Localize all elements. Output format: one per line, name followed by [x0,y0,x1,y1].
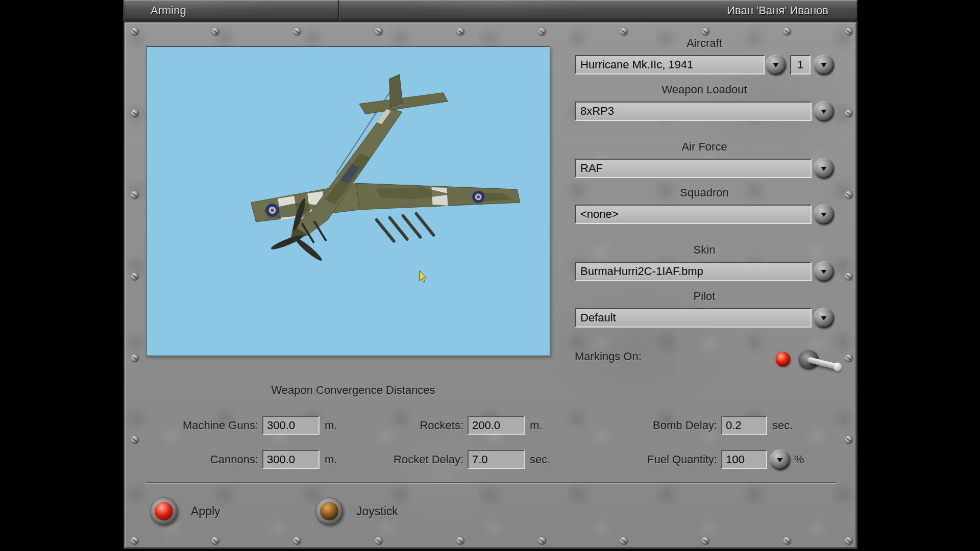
joystick-button-label: Joystick [356,505,398,518]
fuel-quantity-label: Fuel Quantity: [603,450,717,469]
rivet-icon [538,537,546,544]
skin-select[interactable]: BurmaHurri2C-1IAF.bmp [575,262,812,281]
arming-screen: Arming Иван 'Ваня' Иванов [0,0,980,551]
rivet-icon [620,537,627,544]
cannons-label: Cannons: [143,450,258,469]
rivet-icon [293,537,301,544]
apply-button-icon [150,497,178,525]
airforce-label: Air Force [575,140,834,154]
airforce-select[interactable]: RAF [575,159,812,178]
screen-title: Arming [151,1,338,21]
chevron-down-icon: ▼ [819,61,829,69]
rivet-icon [131,28,138,35]
loadout-label: Weapon Loadout [575,83,834,96]
rockets-input[interactable] [468,416,525,435]
chevron-down-icon: ▼ [775,456,785,464]
joystick-button[interactable]: Joystick [315,497,398,525]
rivet-icon [845,537,852,544]
markings-indicator-light [776,352,790,366]
rivet-icon [845,436,852,443]
rivet-icon [456,28,464,35]
rivet-icon [456,537,464,544]
pilot-label: Pilot [575,290,834,303]
rockets-label: Rockets: [358,416,463,435]
rivet-icon [783,28,791,35]
bomb-delay-label: Bomb Delay: [603,416,717,435]
aircraft-label: Aircraft [575,37,834,50]
rivet-icon [375,28,382,35]
topbar: Arming Иван 'Ваня' Иванов [124,0,857,21]
rivet-icon [131,436,138,443]
cannons-unit: m. [325,450,337,469]
aircraft-count-field[interactable]: 1 [790,55,811,74]
skin-dropdown-button[interactable]: ▼ [814,261,834,282]
chevron-down-icon: ▼ [819,314,829,322]
pilot-dropdown-button[interactable]: ▼ [814,308,834,328]
rivet-icon [845,354,852,362]
rivet-icon [131,537,138,544]
loadout-dropdown-button[interactable]: ▼ [814,101,834,121]
bomb-delay-unit: sec. [772,416,793,435]
rivet-icon [131,109,138,117]
bomb-delay-input[interactable] [721,416,767,435]
fuel-dropdown-button[interactable]: ▼ [770,449,790,470]
cannons-input[interactable] [262,450,320,469]
apply-button-label: Apply [191,505,220,518]
rockets-unit: m. [530,416,542,435]
fuel-quantity-unit: % [794,450,804,469]
aircraft-select[interactable]: Hurricane Mk.IIc, 1941 [575,55,765,74]
rivet-icon [620,28,627,35]
rivet-icon [845,191,852,198]
chevron-down-icon: ▼ [819,107,829,115]
rivet-icon [375,537,382,544]
machine-guns-unit: m. [325,416,337,435]
apply-button[interactable]: Apply [150,497,220,525]
aircraft-render [146,47,550,356]
squadron-select[interactable]: <none> [575,205,812,224]
rocket-delay-label: Rocket Delay: [358,450,463,469]
machine-guns-label: Machine Guns: [143,416,258,435]
airforce-dropdown-button[interactable]: ▼ [814,158,834,179]
markings-label: Markings On: [575,350,642,363]
loadout-select[interactable]: 8xRP3 [575,102,812,121]
rivet-icon [701,28,709,35]
fuel-quantity-input[interactable] [721,450,767,469]
tab-arming: Arming [124,0,339,21]
rivet-icon [845,272,852,280]
rivet-icon [538,28,546,35]
rivet-icon [131,191,138,198]
topbar-player-section: Иван 'Ваня' Иванов [339,0,857,21]
rivet-icon [783,537,791,544]
rivet-icon [211,28,219,35]
rivet-icon [293,28,301,35]
rivet-icon [845,28,852,35]
rivet-icon [211,537,219,544]
machine-guns-input[interactable] [262,416,320,435]
main-panel: Aircraft Hurricane Mk.IIc, 1941 ▼ 1 ▼ We… [124,21,857,549]
rocket-delay-input[interactable] [468,450,525,469]
aircraft-preview[interactable] [146,46,550,356]
rivet-icon [131,272,138,280]
aircraft-count-dropdown-button[interactable]: ▼ [814,55,834,75]
skin-label: Skin [575,243,834,257]
chevron-down-icon: ▼ [819,164,829,172]
player-name: Иван 'Ваня' Иванов [727,1,828,21]
section-divider [146,482,836,483]
pilot-select[interactable]: Default [575,308,812,328]
joystick-button-icon [315,497,343,525]
chevron-down-icon: ▼ [819,210,829,218]
chevron-down-icon: ▼ [819,267,829,276]
aircraft-dropdown-button[interactable]: ▼ [766,55,786,75]
convergence-title: Weapon Convergence Distances [200,384,506,397]
rivet-icon [701,537,709,544]
rocket-delay-unit: sec. [530,450,550,469]
rivet-icon [845,109,852,117]
chevron-down-icon: ▼ [771,61,781,69]
squadron-dropdown-button[interactable]: ▼ [814,204,834,224]
squadron-label: Squadron [575,186,834,199]
mouse-cursor [420,271,427,282]
rivet-icon [131,354,138,362]
